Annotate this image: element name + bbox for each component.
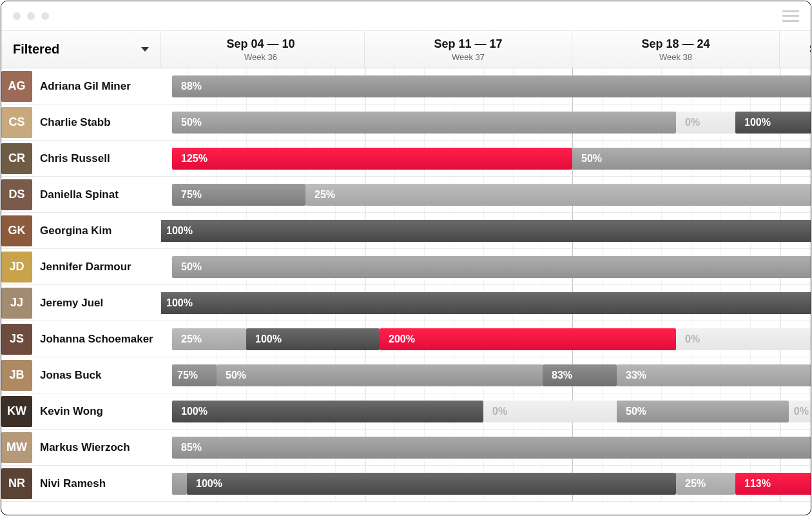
allocation-bar[interactable]: 113% [735, 473, 811, 495]
allocation-bar[interactable]: 75% [172, 364, 217, 386]
person-cell[interactable]: JBJonas Buck [1, 357, 161, 393]
allocation-bar[interactable]: 50% [217, 364, 543, 386]
resource-row: GKGeorgina Kim100% [1, 213, 811, 249]
week-range: Sep [809, 43, 811, 56]
allocation-bar[interactable]: 100% [735, 112, 811, 134]
menu-icon[interactable] [782, 10, 799, 22]
allocation-percent: 100% [181, 406, 208, 417]
avatar: JD [1, 252, 32, 283]
titlebar [1, 1, 811, 31]
timeline-header[interactable]: Sep 04 — 10Week 36Sep 11 — 17Week 37Sep … [161, 31, 811, 68]
utilization-track[interactable]: 100% [161, 285, 811, 321]
utilization-track[interactable]: 100%0%50%0% [161, 393, 811, 429]
week-number: Week 37 [452, 52, 485, 62]
resource-row: NRNivi Ramesh100%25%113% [1, 466, 811, 502]
close-icon[interactable] [13, 12, 21, 20]
allocation-bar[interactable]: 200% [380, 328, 676, 350]
person-name: Adriana Gil Miner [40, 80, 131, 93]
person-cell[interactable]: GKGeorgina Kim [1, 213, 161, 248]
minimize-icon[interactable] [27, 12, 35, 20]
person-name: Markus Wierzoch [40, 441, 130, 454]
utilization-track[interactable]: 85% [161, 430, 811, 465]
week-column[interactable]: Sep 04 — 10Week 36 [161, 31, 365, 68]
allocation-percent: 100% [196, 478, 222, 490]
utilization-track[interactable]: 25%100%200%0% [161, 321, 811, 357]
utilization-track[interactable]: 125%50% [161, 141, 811, 176]
allocation-bar[interactable]: 100% [172, 401, 483, 422]
app-window: Filtered Sep 04 — 10Week 36Sep 11 — 17We… [1, 1, 811, 515]
allocation-bar[interactable]: 75% [172, 184, 305, 206]
allocation-percent: 200% [389, 333, 415, 345]
person-cell[interactable]: CRChris Russell [1, 141, 161, 176]
allocation-bar[interactable]: 83% [543, 364, 617, 386]
allocation-bar[interactable]: 50% [172, 112, 676, 134]
allocation-bar[interactable]: 100% [187, 473, 676, 495]
resource-row: JBJonas Buck75%50%83%33% [1, 357, 811, 393]
allocation-bar[interactable]: 50% [617, 401, 789, 422]
resource-row: JDJennifer Darmour50% [1, 249, 811, 285]
allocation-bar[interactable]: 50% [172, 256, 811, 278]
person-cell[interactable]: JSJohanna Schoemaker [1, 321, 161, 357]
utilization-track[interactable]: 100% [161, 213, 811, 248]
utilization-track[interactable]: 50%0%100% [161, 104, 811, 140]
allocation-bar[interactable]: 100% [246, 328, 380, 350]
allocation-percent: 100% [255, 333, 282, 345]
week-column[interactable]: Sep 18 — 24Week 38 [572, 31, 780, 68]
person-cell[interactable]: KWKevin Wong [1, 393, 161, 429]
allocation-bar[interactable]: 25% [305, 184, 811, 206]
resource-row: CSCharlie Stabb50%0%100% [1, 104, 811, 141]
allocation-percent: 75% [177, 370, 198, 381]
allocation-bar[interactable]: 0% [483, 401, 617, 422]
allocation-bar[interactable]: 100% [161, 292, 811, 314]
allocation-percent: 50% [181, 261, 202, 273]
filter-dropdown[interactable]: Filtered [1, 31, 161, 68]
utilization-track[interactable]: 75%50%83%33% [161, 357, 811, 393]
maximize-icon[interactable] [41, 12, 49, 20]
allocation-bar[interactable]: 100% [161, 220, 811, 242]
person-name: Nivi Ramesh [40, 477, 106, 490]
allocation-percent: 100% [744, 117, 771, 128]
week-number: Week 36 [244, 52, 277, 62]
allocation-bar[interactable]: 0% [789, 401, 811, 422]
week-number: Week 38 [659, 52, 692, 62]
allocation-bar[interactable]: 33% [617, 364, 811, 386]
allocation-bar[interactable]: 0% [676, 328, 811, 350]
utilization-track[interactable]: 75%25% [161, 177, 811, 212]
resource-row: MWMarkus Wierzoch85% [1, 430, 811, 466]
person-cell[interactable]: MWMarkus Wierzoch [1, 430, 161, 465]
person-cell[interactable]: JJJeremy Juel [1, 285, 161, 321]
allocation-bar[interactable]: 125% [172, 148, 572, 170]
person-cell[interactable]: AGAdriana Gil Miner [1, 68, 161, 104]
allocation-bar[interactable]: 25% [172, 328, 246, 350]
allocation-bar[interactable]: 85% [172, 437, 811, 459]
timeline-header-row: Filtered Sep 04 — 10Week 36Sep 11 — 17We… [1, 31, 811, 68]
allocation-percent: 75% [181, 189, 202, 201]
allocation-percent: 0% [685, 117, 700, 128]
person-name: Jonas Buck [40, 369, 101, 382]
avatar: GK [1, 215, 32, 246]
chevron-down-icon [141, 47, 149, 52]
allocation-percent: 25% [685, 478, 706, 490]
person-cell[interactable]: CSCharlie Stabb [1, 104, 161, 140]
allocation-percent: 0% [794, 406, 809, 417]
person-cell[interactable]: JDJennifer Darmour [1, 249, 161, 284]
person-name: Georgina Kim [40, 224, 111, 237]
allocation-bar[interactable] [172, 473, 187, 495]
allocation-percent: 25% [314, 189, 335, 201]
utilization-track[interactable]: 50% [161, 249, 811, 284]
utilization-track[interactable]: 100%25%113% [161, 466, 811, 501]
allocation-bar[interactable]: 88% [172, 75, 811, 97]
avatar: KW [1, 396, 32, 427]
avatar: DS [1, 179, 32, 210]
person-name: Kevin Wong [40, 405, 103, 418]
allocation-bar[interactable]: 0% [676, 112, 735, 134]
allocation-bar[interactable]: 50% [572, 148, 811, 170]
week-column[interactable]: Sep [780, 31, 811, 68]
person-cell[interactable]: DSDaniella Spinat [1, 177, 161, 212]
person-cell[interactable]: NRNivi Ramesh [1, 466, 161, 501]
week-range: Sep 18 — 24 [641, 37, 710, 51]
allocation-bar[interactable]: 25% [676, 473, 735, 495]
avatar: JB [1, 360, 32, 391]
utilization-track[interactable]: 88% [161, 68, 811, 104]
week-column[interactable]: Sep 11 — 17Week 37 [365, 31, 572, 68]
